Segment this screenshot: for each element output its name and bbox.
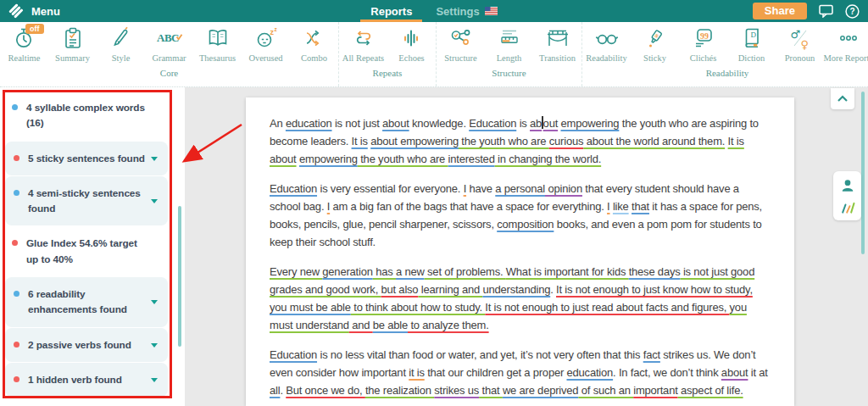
issue-item-5-sticky-sentences-found[interactable]: 5 sticky sentences found: [5, 142, 168, 175]
quotes-icon: 99: [689, 25, 718, 51]
report-button-readability[interactable]: Readability: [582, 22, 631, 63]
report-button-label: Overused: [248, 53, 282, 63]
feedback-chat-icon[interactable]: [819, 4, 833, 18]
svg-text:♀: ♀: [800, 38, 809, 51]
document-editor[interactable]: An education is not just about knowledge…: [246, 97, 794, 406]
report-button-length[interactable]: Length: [485, 22, 533, 63]
report-button-clich-s[interactable]: 99Clichés: [679, 22, 727, 63]
highlighted-text: be able: [373, 319, 408, 331]
report-button-echoes[interactable]: Echoes: [387, 22, 436, 63]
report-button-all-repeats[interactable]: All Repeats: [339, 22, 387, 63]
report-button-label: Echoes: [398, 53, 424, 63]
chevron-down-icon[interactable]: [151, 157, 158, 161]
highlighted-text: that: [632, 200, 649, 213]
highlighted-text: out: [543, 117, 558, 130]
document-scrollbar[interactable]: [861, 92, 865, 254]
highlighted-text: you: [730, 301, 747, 314]
report-button-combo[interactable]: Combo: [290, 22, 338, 63]
highlighted-text: and: [349, 319, 373, 331]
svg-text:♂: ♂: [790, 28, 800, 41]
highlighted-text: opinion: [545, 182, 582, 195]
chevron-down-icon[interactable]: [151, 199, 158, 203]
highlighted-text: but also: [381, 283, 418, 296]
issue-item-4-semi-sticky-sentences-found[interactable]: 4 semi-sticky sentences found: [5, 176, 168, 226]
scroll-to-top-button[interactable]: [831, 88, 854, 109]
report-button-label: Diction: [738, 53, 765, 63]
issue-item-label: 4 semi-sticky sentences found: [28, 186, 146, 217]
issue-item-glue-index-54-6-target-up-to-40[interactable]: Glue Index 54.6% target up to 40%: [0, 226, 173, 276]
repeat-arrows-icon: [349, 25, 378, 51]
plain-text: is very essential for everyone.: [317, 182, 464, 195]
highlighted-text: like: [613, 200, 629, 213]
highlighted-text: What is important for kids: [506, 265, 629, 278]
svg-text:D: D: [750, 31, 756, 39]
chevron-down-icon[interactable]: [151, 378, 158, 382]
abc-check-icon: ABC: [155, 25, 184, 51]
report-button-label: Clichés: [690, 53, 717, 63]
tab-settings[interactable]: Settings: [426, 0, 507, 22]
help-icon[interactable]: ?: [845, 4, 860, 19]
highlighted-text: the youth who are: [459, 135, 549, 147]
highlighted-text: ab: [530, 117, 542, 130]
shuffle-icon: [300, 25, 329, 51]
plain-text: is not just: [332, 117, 383, 130]
issue-item-label: 1 hidden verb found: [28, 372, 122, 387]
ellipsis-icon: [834, 25, 863, 51]
report-button-style[interactable]: Style: [97, 22, 145, 63]
report-button-realtime[interactable]: offRealtime: [0, 22, 48, 63]
highlighted-text: about: [382, 117, 409, 130]
highlighted-text: It is: [352, 135, 368, 147]
plain-text: knowledge.: [409, 117, 470, 130]
plain-text: .: [550, 283, 556, 296]
dictionary-icon: D: [737, 25, 766, 51]
open-book-icon: [203, 25, 232, 51]
report-button-more-reports[interactable]: More Reports: [824, 22, 868, 63]
report-button-thesaurus[interactable]: Thesaurus: [193, 22, 242, 63]
report-button-summary[interactable]: Summary: [48, 22, 97, 63]
report-button-label: Transition: [539, 53, 576, 63]
nodes-icon: [447, 25, 476, 51]
highlighted-text: understanding: [482, 283, 550, 296]
report-button-label: Thesaurus: [199, 53, 236, 63]
report-button-overused[interactable]: zzOverused: [242, 22, 290, 63]
tab-reports[interactable]: Reports: [360, 0, 422, 22]
plain-text: An: [270, 117, 286, 130]
toolbar-group-readability: ReadabilitysSticky99ClichésDDiction♂♀Pro…: [581, 22, 868, 86]
document-stats-icon[interactable]: [837, 197, 858, 217]
red-dot-icon: [14, 155, 19, 161]
report-button-grammar[interactable]: ABCGrammar: [145, 22, 193, 63]
realtime-off-badge: off: [25, 24, 44, 34]
glasses-icon: [593, 25, 621, 51]
issue-item-label: Glue Index 54.6% target up to 40%: [26, 236, 151, 267]
toolbar-group-title: Readability: [582, 68, 868, 78]
share-button[interactable]: Share: [753, 3, 807, 19]
report-button-transition[interactable]: Transition: [533, 22, 581, 63]
issue-item-4-syllable-complex-words-16[interactable]: 4 syllable complex words (16): [0, 91, 173, 141]
highlighted-text: aspect of life.: [678, 384, 743, 397]
report-button-sticky[interactable]: sSticky: [631, 22, 679, 63]
highlighted-text: It is not enough to just know how to stu…: [556, 283, 753, 296]
issue-item-no-style-improvements-found[interactable]: No style improvements found: [0, 398, 173, 406]
issue-item-label: 6 readability enhancements found: [28, 286, 146, 318]
highlighted-text: a new: [396, 265, 425, 278]
highlighted-text: composition: [497, 218, 554, 231]
report-button-label: Summary: [55, 53, 90, 63]
issue-item-6-readability-enhancements-found[interactable]: 6 readability enhancements found: [5, 277, 168, 327]
highlighted-text: Every new: [270, 265, 322, 278]
chevron-down-icon[interactable]: [151, 343, 158, 348]
profile-icon[interactable]: [837, 175, 858, 196]
highlighted-text: has: [373, 265, 396, 278]
chevron-down-icon[interactable]: [151, 300, 158, 304]
report-button-label: Sticky: [643, 53, 666, 63]
highlighted-text: education: [567, 366, 614, 379]
highlighted-text: about the world around them.: [583, 135, 725, 147]
issue-item-1-hidden-verb-found[interactable]: 1 hidden verb found: [5, 363, 168, 397]
report-button-diction[interactable]: DDiction: [727, 22, 776, 63]
top-bar: Menu Reports Settings Share: [0, 0, 868, 22]
highlighted-text: Education: [469, 117, 516, 130]
sidebar-scrollbar[interactable]: [178, 206, 181, 347]
issue-item-2-passive-verbs-found[interactable]: 2 passive verbs found: [5, 328, 168, 362]
report-button-pronoun[interactable]: ♂♀Pronoun: [776, 22, 824, 63]
report-button-label: Pronoun: [785, 53, 815, 63]
report-button-structure[interactable]: Structure: [437, 22, 485, 63]
